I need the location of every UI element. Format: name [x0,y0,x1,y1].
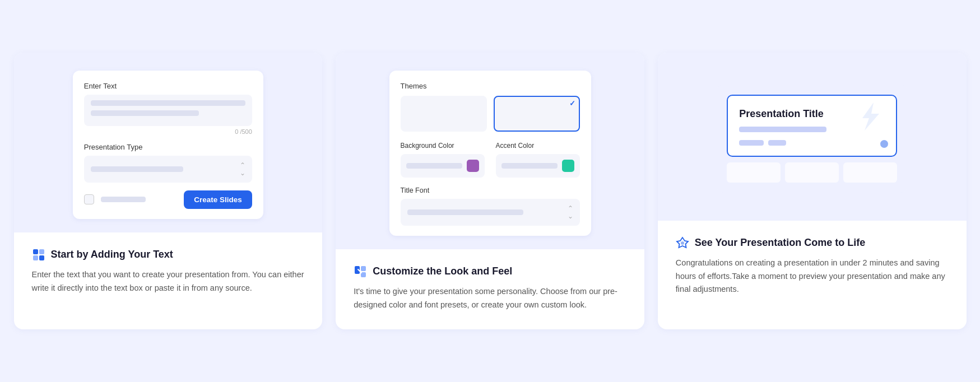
step-3-icon [676,236,689,250]
card-3-preview: Presentation Title [658,53,967,221]
accent-color-label: Accent Color [496,142,580,150]
card-2: Themes Background Color Accent Color [336,53,644,330]
pill-1 [739,140,764,146]
background-color-label: Background Color [401,142,485,150]
slide-preview: Presentation Title [727,95,897,157]
accent-color-picker[interactable] [496,154,580,178]
create-slides-button[interactable]: Create Slides [184,190,252,209]
text-line-2 [91,110,199,116]
themes-row [401,96,580,132]
card-2-heading: Customize the Look and Feel [354,265,626,278]
title-font-label: Title Font [401,187,580,194]
preview-container: Presentation Title [717,85,907,193]
card-2-description: It's time to give your presentation some… [354,285,626,312]
font-select[interactable]: ⌃⌄ [401,199,580,226]
text-area-mock [84,95,252,126]
cards-container: Enter Text 0 /500 Presentation Type ⌃⌄ C… [14,53,967,330]
card-1-description: Enter the text that you want to create y… [32,268,305,295]
svg-rect-5 [361,266,366,271]
card-1-preview: Enter Text 0 /500 Presentation Type ⌃⌄ C… [14,53,323,232]
card-3-content: See Your Presentation Come to Life Congr… [658,221,967,315]
slide-thumb-2 [785,162,839,183]
card-3: Presentation Title [658,53,967,330]
themes-panel: Themes Background Color Accent Color [389,71,591,236]
slide-line-1 [739,127,826,132]
color-bar-2 [501,163,558,169]
slide-thumb-3 [843,162,897,183]
theme-swatch-2[interactable] [494,96,580,132]
checkbox[interactable] [84,194,94,204]
slide-dot [880,140,888,148]
accent-color-dot [562,160,574,172]
card-2-preview: Themes Background Color Accent Color [336,53,644,249]
presentation-type-label: Presentation Type [84,143,252,151]
card-1: Enter Text 0 /500 Presentation Type ⌃⌄ C… [14,53,323,330]
slide-thumb-1 [727,162,781,183]
step-1-icon [32,248,45,262]
chevron-icon: ⌃⌄ [240,161,245,177]
background-color-dot [467,160,479,172]
background-color-group: Background Color [401,142,485,178]
color-row: Background Color Accent Color [401,142,580,178]
color-bar [406,163,462,169]
checkbox-label [101,197,146,202]
pill-2 [768,140,786,146]
form-bottom: Create Slides [84,190,252,209]
step-2-icon [354,265,367,278]
svg-rect-0 [33,249,38,254]
svg-point-7 [681,241,684,245]
card-3-description: Congratulations on creating a presentati… [676,257,949,297]
slide-decoration [851,101,887,132]
svg-rect-2 [33,255,38,260]
card-1-heading: Start by Adding Your Text [32,248,305,262]
text-line-1 [91,100,245,106]
select-bar [91,166,184,172]
theme-swatch-1[interactable] [401,96,487,132]
card-2-content: Customize the Look and Feel It's time to… [336,249,644,330]
char-count: 0 /500 [84,128,252,135]
font-chevron-icon: ⌃⌄ [568,204,573,220]
form-panel: Enter Text 0 /500 Presentation Type ⌃⌄ C… [73,71,263,219]
themes-label: Themes [401,82,580,90]
card-1-content: Start by Adding Your Text Enter the text… [14,232,323,313]
slide-pills [739,140,885,146]
background-color-picker[interactable] [401,154,485,178]
svg-rect-1 [39,249,44,254]
preview-panel: Presentation Title [717,85,907,193]
presentation-type-select[interactable]: ⌃⌄ [84,156,252,183]
accent-color-group: Accent Color [496,142,580,178]
enter-text-label: Enter Text [84,82,252,90]
slide-thumb-row [727,162,897,183]
card-3-heading: See Your Presentation Come to Life [676,236,949,250]
svg-rect-3 [39,255,44,260]
font-bar [407,209,523,215]
